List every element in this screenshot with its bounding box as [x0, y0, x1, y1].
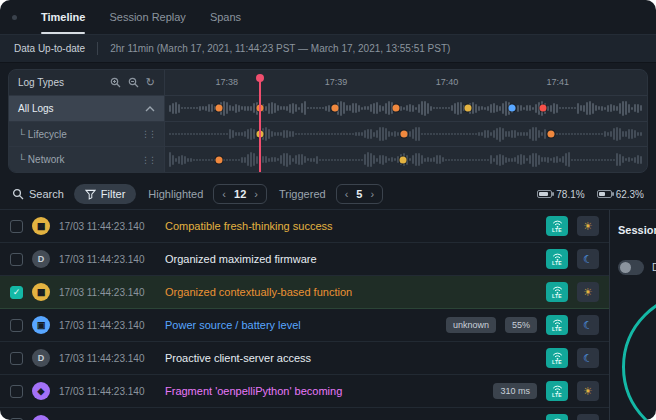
zoom-out-icon[interactable]: [128, 77, 139, 88]
event-marker-dot[interactable]: [215, 156, 222, 163]
sun-icon-button[interactable]: ☀: [577, 282, 599, 302]
sun-icon-button[interactable]: ☀: [577, 216, 599, 236]
highlighted-label: Highlighted: [148, 188, 203, 200]
triggered-label: Triggered: [279, 188, 326, 200]
timeline-tracks-area: 17:3817:3917:4017:41: [165, 70, 647, 172]
playhead-marker[interactable]: [259, 78, 261, 172]
row-timestamp: 17/03 11:44:23.140: [59, 386, 156, 397]
triggered-value: 5: [356, 188, 362, 200]
event-marker-dot[interactable]: [540, 105, 547, 112]
triggered-prev-icon[interactable]: ‹: [345, 189, 349, 200]
lte-button[interactable]: LTE: [546, 414, 568, 420]
triggered-next-icon[interactable]: ›: [370, 189, 374, 200]
tabs-bar: TimelineSession ReplaySpans: [0, 0, 656, 34]
time-range-text: 2hr 11min (March 17, 2021, 11:44:23 PST …: [110, 43, 450, 54]
row-timestamp: 17/03 11:44:23.140: [59, 287, 156, 298]
track-all-logs: [165, 95, 647, 121]
event-marker-dot[interactable]: [547, 131, 554, 138]
row-checkbox[interactable]: ✓: [10, 286, 23, 299]
lte-button[interactable]: LTE: [546, 249, 568, 269]
row-message: Power source / battery level: [165, 319, 437, 331]
moon-icon-button[interactable]: ☾: [577, 315, 599, 335]
log-table: ▦17/03 11:44:23.140Compatible fresh-thin…: [0, 210, 609, 420]
event-marker-dot[interactable]: [215, 105, 222, 112]
search-icon: [12, 188, 24, 200]
log-row[interactable]: ▣17/03 11:44:23.140Power source / batter…: [0, 309, 609, 342]
triggered-stepper: ‹ 5 ›: [336, 184, 383, 204]
log-type-label: └ Network: [18, 154, 65, 165]
log-type-icon: ◆: [32, 415, 50, 420]
chevron-up-icon[interactable]: [145, 103, 155, 114]
log-row[interactable]: ◆17/03 11:44:23.140Fragment 'oenpelliPyt…: [0, 375, 609, 408]
lte-button[interactable]: LTE: [546, 348, 568, 368]
event-marker-dot[interactable]: [392, 105, 399, 112]
tab-spans[interactable]: Spans: [210, 0, 241, 34]
lte-button[interactable]: LTE: [546, 315, 568, 335]
app-window: TimelineSession ReplaySpans Data Up-to-d…: [0, 0, 656, 420]
event-marker-dot[interactable]: [508, 105, 515, 112]
lte-button[interactable]: LTE: [546, 381, 568, 401]
event-marker-dot[interactable]: [331, 105, 338, 112]
battery-value: 78.1%: [556, 189, 584, 200]
session-toggle-row: Dark: [618, 260, 656, 275]
log-types-title: Log Types: [18, 77, 64, 88]
zoom-in-icon[interactable]: [110, 77, 121, 88]
log-type-icon: D: [32, 349, 50, 367]
tab-timeline[interactable]: Timeline: [41, 0, 85, 34]
axis-tick-label: 17:38: [215, 77, 238, 87]
log-row[interactable]: ◆17/03 11:44:23.140LTE☀: [0, 408, 609, 420]
main-area: ▦17/03 11:44:23.140Compatible fresh-thin…: [0, 209, 656, 420]
track-lifecycle: [165, 121, 647, 147]
log-type-row-network[interactable]: └ Network⋮⋮: [9, 146, 164, 172]
row-message: Organized contextually-based function: [165, 286, 537, 298]
event-marker-dot[interactable]: [465, 105, 472, 112]
moon-icon-button[interactable]: ☾: [577, 249, 599, 269]
axis-tick-label: 17:40: [436, 77, 459, 87]
sun-icon-button[interactable]: ☀: [577, 381, 599, 401]
reset-zoom-icon[interactable]: ↻: [146, 77, 155, 88]
lte-button[interactable]: LTE: [546, 282, 568, 302]
session-toggle[interactable]: [618, 260, 644, 275]
moon-icon-button[interactable]: ☾: [577, 348, 599, 368]
time-axis: 17:3817:3917:4017:41: [165, 70, 647, 95]
sun-icon-button[interactable]: ☀: [577, 414, 599, 420]
log-row[interactable]: ▦17/03 11:44:23.140Compatible fresh-thin…: [0, 210, 609, 243]
divider: [97, 42, 98, 55]
row-timestamp: 17/03 11:44:23.140: [59, 221, 156, 232]
event-marker-dot[interactable]: [400, 156, 407, 163]
log-types-header: Log Types ↻: [9, 70, 164, 95]
toggle-knob: [620, 262, 631, 273]
session-panel-title: Session Replay: [618, 224, 656, 236]
lte-button[interactable]: LTE: [546, 216, 568, 236]
drag-handle-icon[interactable]: ⋮⋮: [141, 129, 155, 139]
highlighted-prev-icon[interactable]: ‹: [222, 189, 226, 200]
tab-session-replay[interactable]: Session Replay: [109, 0, 185, 34]
log-type-label: └ Lifecycle: [18, 129, 67, 140]
search-button[interactable]: Search: [12, 188, 64, 200]
filter-icon: [85, 189, 96, 200]
track-network: [165, 146, 647, 172]
row-message: Compatible fresh-thinking success: [165, 220, 537, 232]
log-row[interactable]: ✓▦17/03 11:44:23.140Organized contextual…: [0, 276, 609, 309]
drag-handle-icon[interactable]: ⋮⋮: [141, 155, 155, 165]
row-checkbox[interactable]: [10, 352, 23, 365]
row-checkbox[interactable]: [10, 385, 23, 398]
row-badge: 310 ms: [493, 383, 537, 399]
highlighted-next-icon[interactable]: ›: [254, 189, 258, 200]
battery-value: 62.3%: [616, 189, 644, 200]
data-status-label: Data Up-to-date: [14, 43, 85, 54]
row-message: Fragment 'oenpelliPython' becoming: [165, 385, 484, 397]
row-timestamp: 17/03 11:44:23.140: [59, 320, 156, 331]
log-types-column: Log Types ↻ All Logs└ Lifecycle⋮⋮└ Netwo…: [9, 70, 165, 172]
battery-stat: 62.3%: [597, 189, 644, 200]
log-type-row-lifecycle[interactable]: └ Lifecycle⋮⋮: [9, 121, 164, 147]
log-row[interactable]: D17/03 11:44:23.140Organized maximized f…: [0, 243, 609, 276]
log-type-row-all-logs[interactable]: All Logs: [9, 95, 164, 121]
filter-button[interactable]: Filter: [74, 184, 136, 204]
battery-stat: 78.1%: [537, 189, 584, 200]
row-checkbox[interactable]: [10, 253, 23, 266]
log-row[interactable]: D17/03 11:44:23.140Proactive client-serv…: [0, 342, 609, 375]
row-checkbox[interactable]: [10, 319, 23, 332]
event-marker-dot[interactable]: [400, 131, 407, 138]
row-checkbox[interactable]: [10, 220, 23, 233]
